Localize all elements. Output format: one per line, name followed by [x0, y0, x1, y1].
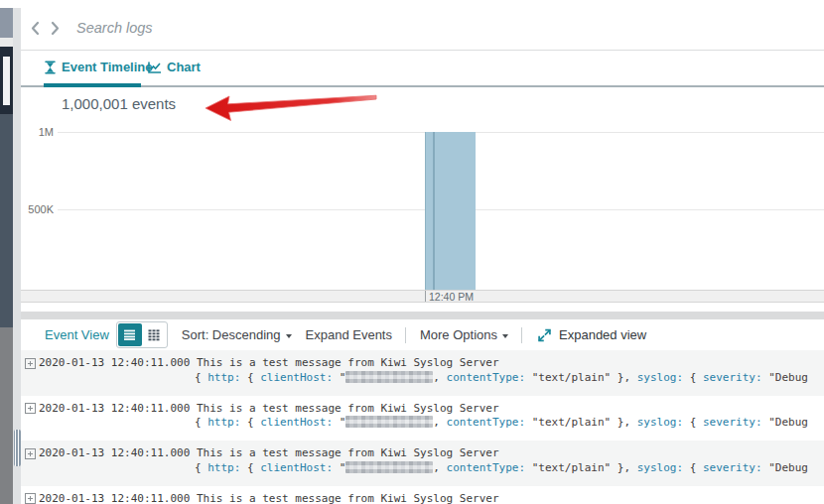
grid-view-button[interactable] — [142, 323, 166, 346]
event-row[interactable]: 2020-01-13 12:40:11.000 This is a test m… — [21, 486, 824, 504]
redacted-host-pixelated — [345, 416, 433, 428]
logo-glyph-fragment — [3, 57, 10, 105]
json-text: { — [240, 371, 260, 384]
event-rows: 2020-01-13 12:40:11.000 This is a test m… — [21, 350, 824, 504]
json-text: }, — [618, 416, 637, 429]
sidebar-footer — [0, 327, 13, 504]
json-key[interactable]: severity: — [703, 461, 762, 474]
history-forward-button[interactable] — [46, 19, 64, 37]
event-timestamp: 2020-01-13 12:40:11.000 — [39, 492, 190, 504]
toolbar-divider — [521, 327, 522, 343]
x-axis-tick-label: 12:40 PM — [429, 291, 474, 303]
view-tabs: Event Timeline Chart — [21, 51, 824, 87]
expand-row-icon[interactable] — [25, 448, 36, 459]
tab-label: Chart — [167, 60, 201, 74]
tab-label: Event Timeline — [62, 60, 153, 74]
chevron-right-icon — [49, 21, 62, 36]
json-text: { — [240, 416, 260, 429]
line-chart-icon — [147, 61, 162, 74]
json-key[interactable]: syslog: — [637, 416, 683, 429]
json-key[interactable]: http: — [207, 416, 240, 429]
log-search-screen: Event Timeline Chart 1,000,001 events — [0, 0, 824, 504]
tab-event-timeline[interactable]: Event Timeline — [44, 60, 153, 74]
event-timestamp: 2020-01-13 12:40:11.000 — [39, 356, 190, 369]
event-message: This is a test message from Kiwi Syslog … — [197, 446, 499, 459]
expand-row-icon[interactable] — [25, 403, 36, 414]
event-view-label: Event View — [45, 327, 109, 342]
json-text: "Debug — [762, 416, 808, 429]
json-text: }, — [618, 371, 637, 384]
event-view-panel: Event View — [21, 319, 824, 504]
list-icon — [123, 328, 136, 341]
sidebar-body — [0, 114, 13, 327]
sort-dropdown[interactable]: Sort: Descending — [182, 327, 292, 342]
redacted-host-pixelated — [345, 461, 433, 473]
json-text: { — [195, 461, 207, 474]
more-options-label: More Options — [420, 327, 497, 342]
more-options-dropdown[interactable]: More Options — [420, 327, 508, 342]
grid-icon — [148, 328, 160, 341]
json-key[interactable]: clientHost: — [260, 416, 333, 429]
chevron-left-icon — [29, 21, 42, 36]
search-bar — [21, 6, 824, 51]
event-row[interactable]: 2020-01-13 12:40:11.000 This is a test m… — [21, 350, 824, 396]
json-key[interactable]: syslog: — [637, 371, 683, 384]
expanded-view-button[interactable]: Expanded view — [536, 327, 646, 343]
expand-arrows-icon — [536, 327, 553, 343]
timeline-bar[interactable] — [425, 132, 476, 290]
collapsed-sidebar — [0, 0, 13, 504]
json-text: "text/plain" — [525, 461, 618, 474]
caret-down-icon — [502, 334, 508, 338]
event-timeline-panel: 1,000,001 events 1M 500K 12:40 PM — [21, 87, 824, 312]
json-key[interactable]: contentType: — [447, 461, 525, 474]
event-view-toolbar: Event View — [21, 319, 824, 350]
redacted-host-pixelated — [345, 371, 433, 383]
json-key[interactable]: severity: — [703, 416, 762, 429]
json-key[interactable]: clientHost: — [260, 371, 333, 384]
json-key[interactable]: severity: — [703, 371, 762, 384]
x-axis-tick-mark — [425, 291, 426, 302]
event-row[interactable]: 2020-01-13 12:40:11.000 This is a test m… — [21, 396, 824, 441]
json-key[interactable]: http: — [207, 461, 240, 474]
sidebar-button-fragment[interactable] — [0, 8, 13, 38]
json-text: { — [683, 371, 703, 384]
json-text: { — [195, 371, 207, 384]
event-json-detail: { http: { clientHost: ", contentType: "t… — [25, 371, 824, 386]
json-key[interactable]: contentType: — [447, 371, 525, 384]
history-back-button[interactable] — [26, 19, 44, 37]
event-message: This is a test message from Kiwi Syslog … — [197, 402, 499, 415]
sidebar-divider — [0, 38, 13, 47]
json-text: { — [683, 461, 703, 474]
panel-separator — [21, 312, 824, 319]
json-key[interactable]: clientHost: — [260, 461, 333, 474]
search-input[interactable] — [76, 20, 672, 36]
event-json-detail: { http: { clientHost: ", contentType: "t… — [25, 461, 824, 476]
list-view-button[interactable] — [118, 323, 142, 346]
json-text: " — [333, 461, 345, 474]
json-text: " — [333, 371, 345, 384]
json-text: "text/plain" — [525, 371, 618, 384]
json-key[interactable]: syslog: — [637, 461, 683, 474]
expand-row-icon[interactable] — [25, 493, 36, 504]
json-text: { — [683, 416, 703, 429]
expand-events-button[interactable]: Expand Events — [306, 327, 392, 342]
event-json-detail: { http: { clientHost: ", contentType: "t… — [25, 416, 824, 431]
json-text: , — [433, 416, 446, 429]
json-key[interactable]: contentType: — [447, 416, 525, 429]
json-text: , — [433, 461, 446, 474]
json-text: { — [195, 416, 207, 429]
y-axis-tick: 1M — [21, 126, 54, 138]
timeline-x-axis: 12:40 PM — [21, 290, 824, 303]
tab-chart[interactable]: Chart — [147, 60, 201, 74]
expand-row-icon[interactable] — [25, 358, 36, 369]
event-timestamp: 2020-01-13 12:40:11.000 — [39, 402, 190, 415]
event-message: This is a test message from Kiwi Syslog … — [197, 492, 499, 504]
y-axis-tick: 500K — [21, 203, 54, 215]
events-scrollbar-handle[interactable] — [14, 430, 21, 466]
event-timestamp: 2020-01-13 12:40:11.000 — [39, 446, 190, 459]
toolbar-divider — [405, 327, 406, 343]
annotation-arrow — [195, 89, 403, 134]
event-row[interactable]: 2020-01-13 12:40:11.000 This is a test m… — [21, 441, 824, 486]
json-key[interactable]: http: — [207, 371, 240, 384]
main-content: Event Timeline Chart 1,000,001 events — [21, 0, 824, 504]
